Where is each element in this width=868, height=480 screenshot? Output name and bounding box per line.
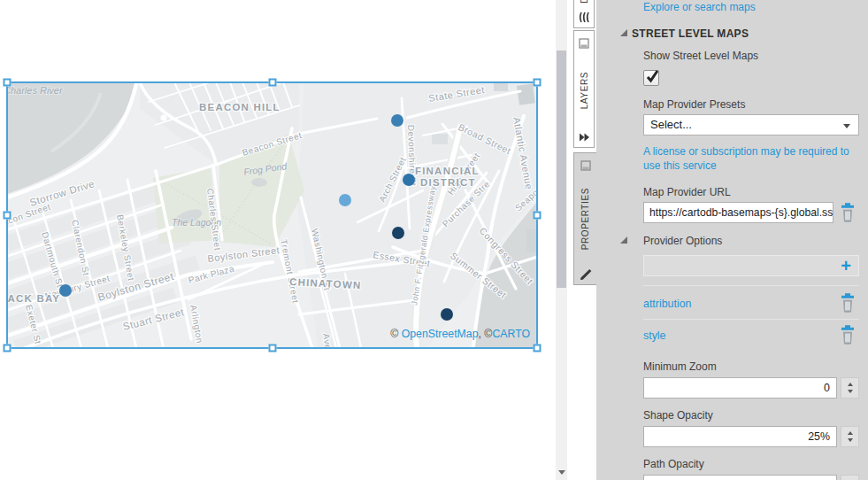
new-option-input[interactable]: + [643,255,859,276]
map-marker [339,194,351,206]
openstreetmap-link[interactable]: OpenStreetMap [402,328,479,340]
option-style-link[interactable]: style [643,329,665,342]
option-attribution-link[interactable]: attribution [643,298,691,310]
delete-style-button[interactable] [839,325,856,345]
dropdown-arrow-icon [843,124,850,128]
map-water-label: Charles River [7,85,64,96]
map-area-label: BEACON HILL [199,102,280,112]
resize-handle-n[interactable] [268,79,276,87]
pencil-icon [580,267,592,280]
map-street-label: Tremont Street [279,238,301,304]
checkmark-icon [644,69,661,84]
show-street-maps-label: Show Street Level Maps [643,50,758,62]
spin-down-icon[interactable] [848,438,853,442]
spin-down-icon[interactable] [848,390,853,393]
collapse-triangle-icon[interactable] [620,236,627,244]
resize-handle-e[interactable] [534,212,542,220]
path-opacity-spinner[interactable] [841,475,859,480]
license-note-link[interactable]: A license or subscription may be require… [643,145,866,173]
provider-options-header: Provider Options [643,235,722,247]
database-icon [579,12,590,23]
spin-up-icon[interactable] [848,383,853,386]
map-attribution: © OpenStreetMap, ©CARTO [390,328,530,340]
panel-tabstrip: DATA SOURCE LAYERS PROPERTIES [573,0,596,480]
panel-window-icon [580,160,591,171]
path-opacity-input[interactable] [643,475,837,480]
path-opacity-label: Path Opacity [643,458,704,470]
shape-opacity-input[interactable]: 25% [643,426,837,447]
map-marker [391,114,403,127]
delete-attribution-button[interactable] [839,293,856,313]
min-zoom-input[interactable]: 0 [643,377,837,399]
street-map: Charles RiverFrog PondThe Lagoon Storrow… [7,82,537,348]
show-street-maps-checkbox[interactable] [643,70,659,86]
resize-handle-nw[interactable] [4,79,12,87]
tab-properties[interactable]: PROPERTIES [573,152,596,285]
resize-handle-sw[interactable] [4,345,12,352]
map-street-label: Storrow Drive [28,178,96,208]
carto-link[interactable]: CARTO [492,328,530,340]
collapse-triangle-icon[interactable] [620,29,627,36]
layers-icon [579,132,590,143]
vertical-scrollbar[interactable] [556,0,567,480]
map-area-label: BACK BAY [7,293,60,304]
resize-handle-s[interactable] [268,345,276,352]
spin-up-icon[interactable] [848,431,853,435]
shape-opacity-spinner[interactable] [841,426,859,447]
shape-opacity-label: Shape Opacity [643,409,713,422]
charles-river-water [7,82,138,194]
add-option-button[interactable]: + [841,256,851,276]
url-input[interactable]: https://cartodb-basemaps-{s}.global.ss [643,202,833,223]
resize-handle-w[interactable] [4,212,12,220]
tab-data-source[interactable]: DATA SOURCE [573,0,595,28]
map-marker [403,174,415,186]
tab-layers[interactable]: LAYERS [573,30,595,148]
map-marker [392,227,404,239]
map-marker [59,284,72,297]
presets-label: Map Provider Presets [643,98,745,111]
map-area-label: FINANCIAL [415,166,480,176]
resize-handle-ne[interactable] [534,79,542,87]
scrollbar-down-arrow-icon[interactable] [558,470,565,475]
url-label: Map Provider URL [643,186,731,198]
map-item[interactable]: Charles RiverFrog PondThe Lagoon Storrow… [7,82,537,348]
map-marker [441,308,453,321]
presets-dropdown[interactable]: Select... [643,114,859,135]
scrollbar-thumb[interactable] [557,50,566,288]
delete-url-button[interactable] [839,203,856,222]
min-zoom-spinner[interactable] [841,377,859,399]
explore-maps-link[interactable]: Explore or search maps [643,1,756,13]
resize-handle-se[interactable] [534,345,542,352]
map-area-label: DISTRICT [420,177,476,188]
properties-panel: Explore or search maps STREET LEVEL MAPS… [596,0,868,480]
panel-window-icon [579,38,589,49]
section-header: STREET LEVEL MAPS [632,27,749,40]
min-zoom-label: Minimum Zoom [643,360,717,373]
